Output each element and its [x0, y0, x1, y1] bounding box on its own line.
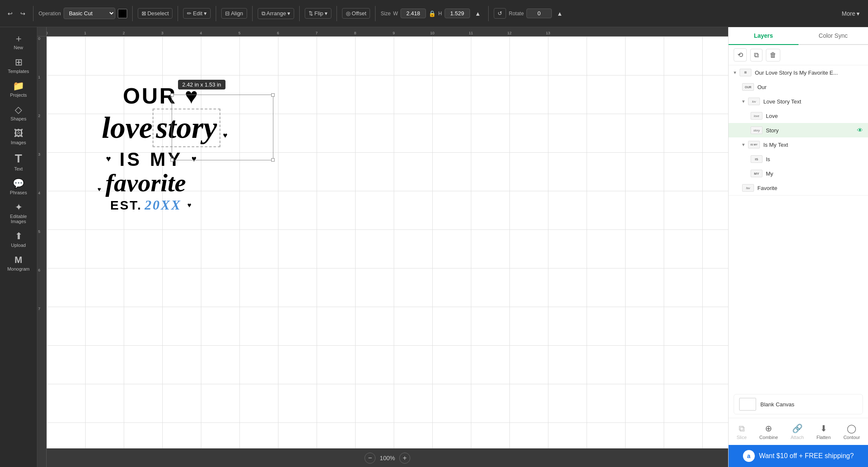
tab-layers[interactable]: Layers — [729, 27, 798, 45]
eye-icon-story[interactable]: 👁 — [857, 127, 863, 134]
layer-thumb-love-story: lov — [748, 98, 760, 105]
templates-icon: ⊞ — [15, 58, 22, 67]
layers-list: ▾ ⊞ Our Love Story Is My Favorite E... O… — [729, 65, 868, 391]
ad-icon: a — [743, 450, 755, 462]
layer-is-my-group[interactable]: ▾ IS MY Is My Text — [729, 137, 868, 152]
rotate-label: Rotate — [509, 11, 523, 17]
handle-tr[interactable] — [271, 93, 275, 97]
ruler-num-13: 13 — [546, 31, 550, 35]
layer-item-my[interactable]: MY My — [729, 166, 868, 181]
sidebar-item-phrases[interactable]: 💬 Phrases — [2, 176, 36, 199]
rotate-input[interactable] — [526, 8, 552, 18]
deselect-button[interactable]: ⊠ Deselect — [138, 8, 173, 19]
sidebar-item-editable-images[interactable]: ✦ Editable Images — [2, 199, 36, 227]
sidebar-item-label-shapes: Shapes — [11, 116, 26, 121]
more-button[interactable]: More ▾ — [838, 8, 863, 19]
ad-bar[interactable]: a Want $10 off + FREE shipping? — [729, 445, 868, 467]
sidebar-item-label-text: Text — [14, 166, 22, 171]
text-icon: T — [15, 153, 22, 165]
sidebar-item-templates[interactable]: ⊞ Templates — [2, 54, 36, 77]
operation-group: Operation Basic Cut Print Then Cut — [39, 8, 127, 19]
zoom-out-button[interactable]: − — [364, 453, 376, 464]
sidebar-item-upload[interactable]: ⬆ Upload — [2, 228, 36, 251]
bottom-tool-slice[interactable]: ⧉ Slice — [733, 422, 750, 442]
sidebar-item-shapes[interactable]: ◇ Shapes — [2, 102, 36, 125]
panel-duplicate-button[interactable]: ⧉ — [750, 49, 762, 62]
layer-love-story-group[interactable]: ▾ lov Love Story Text — [729, 94, 868, 109]
canvas-grid[interactable]: OUR ♥ love story ♥ ♥ IS MY ♥ ♥ favorite … — [47, 36, 728, 448]
layer-item-love[interactable]: love Love — [729, 109, 868, 123]
sidebar-item-new[interactable]: ＋ New — [2, 31, 36, 53]
operation-select[interactable]: Basic Cut Print Then Cut — [64, 8, 115, 19]
undo-button[interactable]: ↩ — [5, 8, 15, 19]
size-label: Size — [381, 11, 390, 17]
ruler-left-5: 5 — [38, 229, 40, 234]
redo-button[interactable]: ↪ — [18, 8, 28, 19]
layer-main-group[interactable]: ▾ ⊞ Our Love Story Is My Favorite E... — [729, 65, 868, 80]
monogram-icon: M — [14, 255, 22, 265]
divider-6 — [299, 6, 300, 21]
ruler-num-0: 0 — [47, 31, 48, 35]
handle-bl[interactable] — [170, 158, 174, 162]
bottom-tool-attach[interactable]: 🔗 Attach — [787, 422, 807, 442]
size-group: Size W 🔒 H ▲ — [381, 8, 483, 19]
flip-group: ⇅ Flip ▾ — [305, 8, 331, 19]
ruler-num-12: 12 — [507, 31, 512, 35]
handle-br[interactable] — [271, 158, 275, 162]
panel-delete-button[interactable]: 🗑 — [766, 49, 780, 62]
blank-canvas-hint[interactable]: Blank Canvas — [734, 394, 863, 414]
selection-box[interactable] — [172, 95, 273, 160]
layer-item-favorite[interactable]: fav Favorite — [729, 181, 868, 195]
chevron-down-icon-main: ▾ — [734, 70, 736, 76]
sidebar-item-monogram[interactable]: M Monogram — [2, 252, 36, 275]
panel-tabs: Layers Color Sync — [729, 27, 868, 45]
layer-item-our[interactable]: OUR Our — [729, 80, 868, 94]
offset-button[interactable]: ◎ Offset — [342, 8, 370, 19]
zoom-level-label: 100% — [380, 455, 395, 461]
panel-restore-button[interactable]: ⟲ — [734, 48, 747, 62]
sidebar-item-images[interactable]: 🖼 Images — [2, 126, 36, 148]
layer-name-main: Our Love Story Is My Favorite E... — [755, 70, 863, 76]
sidebar-item-text[interactable]: T Text — [2, 149, 36, 175]
arrange-button[interactable]: ⧉ Arrange ▾ — [258, 8, 294, 19]
layer-item-story[interactable]: story Story 👁 — [729, 123, 868, 137]
offset-label: Offset — [352, 10, 366, 17]
sidebar-item-projects[interactable]: 📁 Projects — [2, 78, 36, 101]
zoom-bar: − 100% + — [47, 448, 728, 467]
bottom-tool-flatten[interactable]: ⬇ Flatten — [813, 422, 834, 442]
bottom-tool-contour[interactable]: ◯ Contour — [840, 422, 863, 442]
size-h-input[interactable] — [445, 8, 470, 18]
size-w-input[interactable] — [401, 8, 426, 18]
more-label: More — [842, 10, 855, 17]
handle-tl[interactable] — [170, 93, 174, 97]
align-button[interactable]: ⊟ Align — [221, 8, 247, 19]
ruler-num-10: 10 — [430, 31, 434, 35]
edit-button[interactable]: ✏ Edit ▾ — [183, 8, 210, 19]
ruler-left-7: 7 — [38, 307, 40, 311]
divider-5 — [252, 6, 253, 21]
left-sidebar: ＋ New ⊞ Templates 📁 Projects ◇ Shapes 🖼 … — [0, 27, 37, 467]
ruler-num-8: 8 — [354, 31, 356, 35]
zoom-in-button[interactable]: + — [399, 453, 410, 464]
canvas-area[interactable]: 0 1 2 3 4 5 6 7 8 9 10 11 12 13 0 1 2 3 … — [37, 27, 728, 467]
canvas-text-20xx: 20XX — [145, 197, 181, 213]
flip-button[interactable]: ⇅ Flip ▾ — [305, 8, 331, 19]
size-w-label: W — [393, 11, 398, 17]
panel-toolbar: ⟲ ⧉ 🗑 — [729, 45, 868, 65]
rotate-button[interactable]: ↺ — [494, 8, 506, 19]
rotate-stepper-up[interactable]: ▲ — [554, 8, 565, 19]
slice-icon: ⧉ — [739, 424, 745, 433]
layer-item-is[interactable]: IS Is — [729, 152, 868, 166]
layer-thumb-favorite: fav — [742, 184, 754, 192]
edit-chevron-icon: ▾ — [204, 10, 207, 17]
ruler-left: 0 1 2 3 4 5 6 7 — [37, 36, 47, 467]
sidebar-item-label-projects: Projects — [10, 92, 27, 98]
bottom-tool-combine[interactable]: ⊕ Combine — [756, 422, 782, 442]
tab-color-sync[interactable]: Color Sync — [798, 27, 868, 45]
layer-name-is-my: Is My Text — [763, 142, 863, 148]
arrange-label: Arrange — [267, 10, 286, 17]
divider-2 — [132, 6, 133, 21]
size-stepper-up[interactable]: ▲ — [473, 8, 484, 19]
color-swatch[interactable] — [118, 9, 127, 18]
heart-5: ♥ — [97, 186, 101, 193]
